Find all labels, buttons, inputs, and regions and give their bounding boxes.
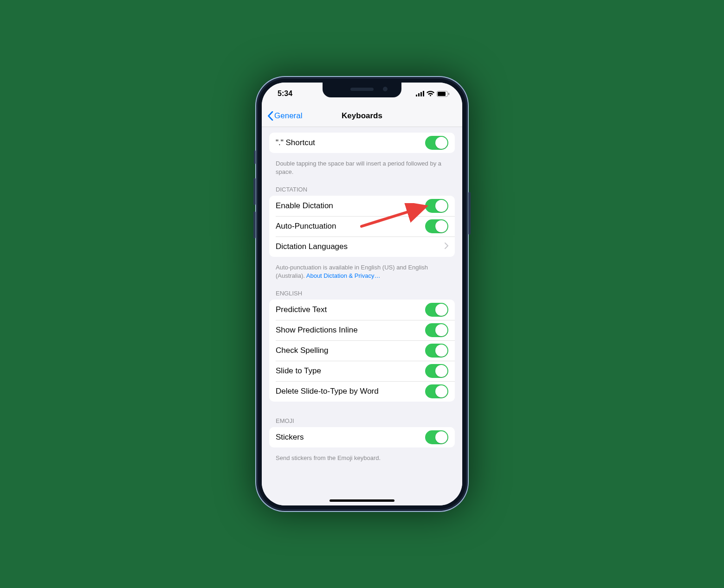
- svg-rect-0: [416, 95, 417, 96]
- row-check-spelling[interactable]: Check Spelling: [269, 340, 455, 361]
- iphone-frame: 5:34: [255, 76, 469, 512]
- header-emoji: EMOJI: [262, 405, 462, 427]
- volume-up-button[interactable]: [253, 178, 256, 205]
- volume-down-button[interactable]: [253, 211, 256, 238]
- row-period-shortcut[interactable]: "." Shortcut: [269, 133, 455, 153]
- svg-rect-3: [423, 91, 424, 96]
- back-button[interactable]: General: [267, 111, 302, 121]
- wifi-icon: [427, 91, 434, 96]
- header-dictation: DICTATION: [262, 178, 462, 196]
- row-dictation-languages[interactable]: Dictation Languages: [269, 236, 455, 257]
- row-label: Delete Slide-to-Type by Word: [276, 387, 379, 396]
- footer-shortcut: Double tapping the space bar will insert…: [262, 157, 462, 178]
- toggle-predictive-text[interactable]: [425, 303, 448, 317]
- footer-emoji: Send stickers from the Emoji keyboard.: [262, 451, 462, 464]
- toggle-period-shortcut[interactable]: [425, 136, 448, 150]
- row-label: Check Spelling: [276, 346, 328, 355]
- chevron-left-icon: [267, 111, 273, 121]
- row-slide-to-type[interactable]: Slide to Type: [269, 361, 455, 381]
- nav-bar: General Keyboards: [262, 105, 462, 127]
- row-predictive-text[interactable]: Predictive Text: [269, 300, 455, 320]
- row-show-predictions-inline[interactable]: Show Predictions Inline: [269, 320, 455, 340]
- group-english: Predictive Text Show Predictions Inline …: [269, 300, 455, 402]
- battery-icon: [437, 91, 449, 97]
- mute-switch[interactable]: [254, 150, 256, 164]
- home-indicator[interactable]: [330, 499, 394, 502]
- row-enable-dictation[interactable]: Enable Dictation: [269, 196, 455, 216]
- row-label: Enable Dictation: [276, 201, 333, 211]
- footer-dictation: Auto-punctuation is available in English…: [262, 261, 462, 281]
- row-label: Dictation Languages: [276, 242, 348, 251]
- power-button[interactable]: [468, 192, 471, 235]
- row-label: Predictive Text: [276, 305, 327, 314]
- screen: 5:34: [262, 83, 462, 505]
- toggle-stickers[interactable]: [425, 430, 448, 444]
- row-label: Auto-Punctuation: [276, 222, 336, 231]
- row-delete-slide-by-word[interactable]: Delete Slide-to-Type by Word: [269, 381, 455, 402]
- svg-rect-2: [420, 92, 422, 97]
- row-stickers[interactable]: Stickers: [269, 427, 455, 447]
- row-auto-punctuation[interactable]: Auto-Punctuation: [269, 216, 455, 236]
- back-label: General: [274, 111, 302, 121]
- toggle-check-spelling[interactable]: [425, 344, 448, 358]
- svg-rect-5: [438, 92, 446, 96]
- toggle-slide-to-type[interactable]: [425, 364, 448, 378]
- cellular-icon: [416, 91, 424, 96]
- toggle-delete-slide-by-word[interactable]: [425, 384, 448, 398]
- svg-rect-1: [418, 93, 420, 96]
- row-label: "." Shortcut: [276, 138, 315, 147]
- group-emoji: Stickers: [269, 427, 455, 447]
- row-label: Slide to Type: [276, 366, 321, 376]
- link-dictation-privacy[interactable]: About Dictation & Privacy…: [306, 272, 381, 279]
- notch: [323, 83, 401, 97]
- row-label: Stickers: [276, 433, 304, 442]
- status-time: 5:34: [278, 89, 292, 98]
- row-label: Show Predictions Inline: [276, 326, 358, 335]
- group-dictation: Enable Dictation Auto-Punctuation Dictat…: [269, 196, 455, 257]
- toggle-enable-dictation[interactable]: [425, 199, 448, 213]
- toggle-auto-punctuation[interactable]: [425, 219, 448, 233]
- chevron-right-icon: [445, 242, 448, 251]
- svg-rect-6: [448, 93, 449, 95]
- settings-content[interactable]: "." Shortcut Double tapping the space ba…: [262, 127, 462, 505]
- header-english: ENGLISH: [262, 281, 462, 300]
- group-shortcut: "." Shortcut: [269, 133, 455, 153]
- toggle-show-predictions-inline[interactable]: [425, 323, 448, 337]
